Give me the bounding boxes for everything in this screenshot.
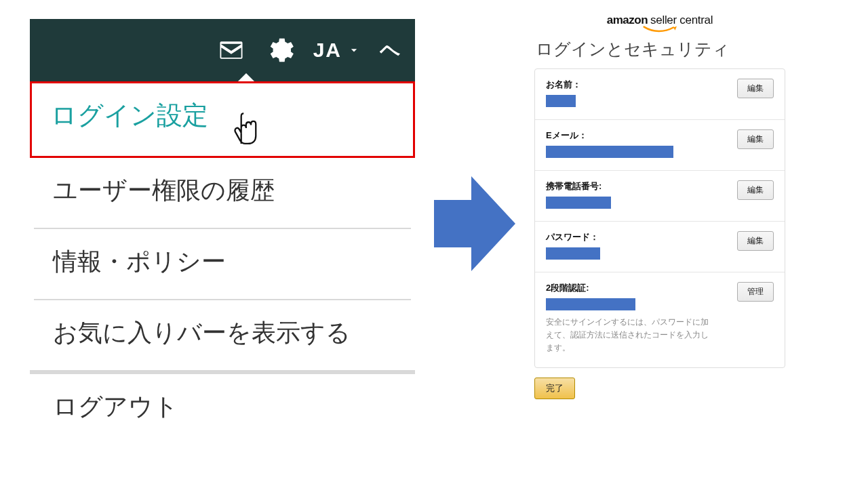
menu-item-label: ユーザー権限の履歴	[53, 176, 275, 204]
edit-phone-button[interactable]: 編集	[737, 180, 774, 200]
row-name: お名前： 編集	[535, 69, 785, 120]
logo-brand: amazon	[607, 14, 648, 26]
redacted-value	[546, 197, 611, 209]
amazon-smile-icon	[642, 26, 678, 33]
help-link-truncated[interactable]: ヘ	[380, 37, 410, 64]
row-password: パスワード： 編集	[535, 222, 785, 272]
field-label-name: お名前：	[546, 79, 737, 91]
page-title: ログインとセキュリティ	[536, 38, 785, 60]
edit-name-button[interactable]: 編集	[737, 79, 774, 98]
mail-icon[interactable]	[208, 35, 255, 65]
redacted-value	[546, 298, 635, 310]
row-email: Eメール： 編集	[535, 120, 785, 171]
gear-icon[interactable]	[255, 35, 302, 66]
menu-item-user-permission-history[interactable]: ユーザー権限の履歴	[30, 158, 415, 228]
field-label-email: Eメール：	[546, 129, 737, 142]
login-and-security-page: amazonseller central ログインとセキュリティ お名前： 編集…	[534, 14, 785, 399]
menu-item-label: ログイン設定	[51, 98, 208, 133]
language-switcher[interactable]: JA	[313, 39, 361, 62]
menu-item-login-settings[interactable]: ログイン設定	[30, 81, 415, 158]
redacted-value	[546, 146, 673, 158]
security-settings-card: お名前： 編集 Eメール： 編集 携帯電話番号: 編集 パスワード：	[534, 68, 785, 368]
edit-password-button[interactable]: 編集	[737, 231, 774, 251]
chevron-down-icon	[347, 43, 361, 57]
logo-product: seller central	[650, 14, 713, 26]
language-code: JA	[313, 39, 342, 62]
done-button[interactable]: 完了	[534, 378, 575, 399]
edit-email-button[interactable]: 編集	[737, 129, 774, 149]
menu-item-info-policy[interactable]: 情報・ポリシー	[30, 229, 415, 299]
row-phone: 携帯電話番号: 編集	[535, 171, 785, 222]
field-label-password: パスワード：	[546, 231, 737, 243]
redacted-value	[546, 95, 576, 107]
seller-central-topbar: JA ヘ	[30, 19, 415, 81]
settings-dropdown: ログイン設定 ユーザー権限の履歴 情報・ポリシー お気に入りバーを表示する ログ…	[30, 81, 415, 444]
redacted-value	[546, 247, 600, 260]
field-label-phone: 携帯電話番号:	[546, 180, 737, 192]
menu-item-label: 情報・ポリシー	[53, 247, 226, 275]
manage-two-factor-button[interactable]: 管理	[737, 282, 774, 302]
menu-item-label: お気に入りバーを表示する	[53, 319, 351, 346]
settings-dropdown-screenshot: JA ヘ ログイン設定 ユーザー権限の履歴 情報・ポリシー お気に入りバーを表示…	[30, 19, 415, 444]
menu-item-label: ログアウト	[53, 392, 178, 420]
transition-arrow-icon	[434, 176, 515, 274]
menu-item-show-favorites-bar[interactable]: お気に入りバーを表示する	[30, 300, 415, 370]
row-two-factor: 2段階認証: 安全にサインインするには、パスワードに加えて、認証方法に送信された…	[535, 272, 785, 367]
amazon-seller-central-logo: amazonseller central	[534, 14, 785, 33]
two-factor-description: 安全にサインインするには、パスワードに加えて、認証方法に送信されたコードを入力し…	[546, 316, 709, 355]
pointer-cursor-icon	[229, 106, 260, 152]
menu-item-logout[interactable]: ログアウト	[30, 374, 415, 444]
field-label-two-factor: 2段階認証:	[546, 282, 737, 294]
svg-marker-0	[434, 176, 515, 271]
